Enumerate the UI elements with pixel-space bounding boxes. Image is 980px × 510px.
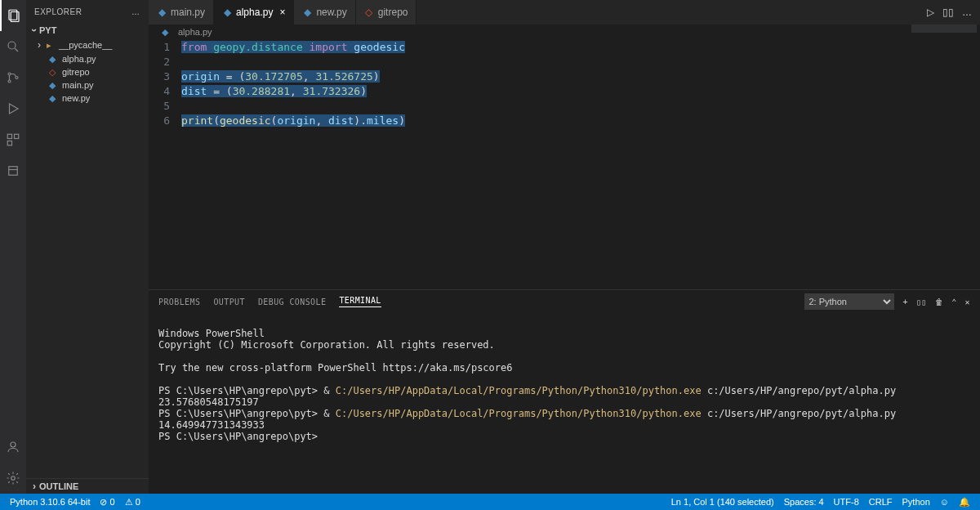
close-panel-icon[interactable]: ✕: [965, 298, 970, 306]
sidebar-item-new[interactable]: ◆new.py: [29, 92, 149, 105]
python-file-icon: ◆: [47, 54, 57, 64]
terminal[interactable]: Windows PowerShell Copyright (C) Microso…: [149, 313, 980, 494]
status-python[interactable]: Python 3.10.6 64-bit: [5, 497, 95, 507]
more-icon[interactable]: …: [962, 7, 972, 18]
maximize-panel-icon[interactable]: ⌃: [951, 298, 956, 306]
git-file-icon: ◇: [364, 7, 374, 17]
status-bell-icon[interactable]: 🔔: [954, 497, 975, 508]
activity-bar: [0, 0, 26, 494]
status-bar: Python 3.10.6 64-bit ⊘ 0 ⚠ 0 Ln 1, Col 1…: [0, 494, 980, 510]
python-file-icon: ◆: [157, 7, 167, 17]
explorer-icon[interactable]: [0, 0, 26, 31]
panel-tab-problems[interactable]: PROBLEMS: [158, 298, 200, 306]
tab-main[interactable]: ◆main.py: [149, 0, 214, 25]
run-debug-icon[interactable]: [0, 93, 26, 124]
account-icon[interactable]: [0, 432, 26, 463]
new-terminal-icon[interactable]: +: [902, 298, 907, 306]
status-feedback-icon[interactable]: ☺: [935, 497, 954, 508]
search-icon[interactable]: [0, 31, 26, 62]
svg-rect-10: [7, 141, 11, 145]
sidebar-item-gitrepo[interactable]: ◇gitrepo: [29, 65, 149, 78]
terminal-shell-select[interactable]: 2: Python: [804, 293, 894, 310]
svg-point-4: [8, 73, 11, 75]
sidebar-item-main[interactable]: ◆main.py: [29, 78, 149, 92]
svg-marker-7: [10, 104, 19, 114]
sidebar-more-icon[interactable]: …: [131, 7, 140, 16]
sidebar-root[interactable]: PYT: [29, 23, 149, 38]
extensions-icon[interactable]: [0, 124, 26, 155]
panel-tabs: PROBLEMS OUTPUT DEBUG CONSOLE TERMINAL 2…: [149, 290, 980, 313]
python-file-icon: ◆: [302, 7, 312, 17]
testing-icon[interactable]: [0, 155, 26, 186]
python-file-icon: ◆: [47, 93, 57, 103]
sidebar-item-alpha[interactable]: ◆alpha.py: [29, 52, 149, 65]
split-terminal-icon[interactable]: ▯▯: [916, 298, 927, 306]
status-spaces[interactable]: Spaces: 4: [779, 497, 829, 508]
code-area[interactable]: from geopy.distance import geodesicorigi…: [181, 39, 980, 289]
python-file-icon: ◆: [47, 80, 57, 90]
panel: PROBLEMS OUTPUT DEBUG CONSOLE TERMINAL 2…: [149, 289, 980, 494]
sidebar-header: EXPLORER …: [26, 0, 149, 23]
status-language[interactable]: Python: [898, 497, 935, 508]
panel-tab-terminal[interactable]: TERMINAL: [339, 296, 381, 307]
sidebar-item-pycache[interactable]: ▸__pycache__: [29, 38, 149, 52]
panel-tab-debug[interactable]: DEBUG CONSOLE: [258, 298, 326, 306]
status-eol[interactable]: CRLF: [864, 497, 898, 508]
editor-group: ◆main.py ◆alpha.py× ◆new.py ◇gitrepo ▷ ▯…: [149, 0, 980, 494]
panel-tab-output[interactable]: OUTPUT: [213, 298, 245, 306]
svg-rect-11: [9, 167, 18, 176]
folder-icon: ▸: [44, 40, 54, 50]
status-errors[interactable]: ⊘ 0: [95, 497, 119, 508]
svg-point-13: [11, 442, 16, 447]
status-warnings[interactable]: ⚠ 0: [120, 497, 145, 508]
tab-new[interactable]: ◆new.py: [294, 0, 355, 25]
tab-alpha[interactable]: ◆alpha.py×: [214, 0, 294, 25]
python-file-icon: ◆: [222, 7, 232, 17]
svg-point-5: [8, 80, 11, 83]
tab-gitrepo[interactable]: ◇gitrepo: [356, 0, 417, 25]
split-editor-icon[interactable]: ▯▯: [942, 7, 954, 18]
main: EXPLORER … PYT ▸__pycache__ ◆alpha.py ◇g…: [0, 0, 980, 494]
svg-line-3: [15, 48, 18, 51]
settings-gear-icon[interactable]: [0, 463, 26, 494]
svg-rect-8: [7, 134, 11, 138]
tab-bar: ◆main.py ◆alpha.py× ◆new.py ◇gitrepo ▷ ▯…: [149, 0, 980, 25]
sidebar: EXPLORER … PYT ▸__pycache__ ◆alpha.py ◇g…: [26, 0, 149, 494]
source-control-icon[interactable]: [0, 62, 26, 93]
editor-actions: ▷ ▯▯ …: [919, 0, 980, 25]
close-icon[interactable]: ×: [279, 7, 285, 18]
line-gutter: 123456: [149, 39, 181, 289]
python-file-icon: ◆: [160, 27, 170, 37]
status-encoding[interactable]: UTF-8: [829, 497, 864, 508]
kill-terminal-icon[interactable]: 🗑: [935, 298, 943, 306]
minimap[interactable]: [911, 25, 977, 33]
svg-rect-9: [15, 134, 19, 138]
svg-point-2: [8, 42, 16, 49]
outline-section[interactable]: OUTLINE: [29, 479, 149, 494]
git-file-icon: ◇: [47, 67, 57, 77]
svg-point-14: [11, 476, 16, 481]
status-cursor[interactable]: Ln 1, Col 1 (140 selected): [666, 497, 779, 508]
breadcrumb[interactable]: ◆ alpha.py: [149, 25, 980, 39]
svg-point-6: [16, 77, 18, 79]
sidebar-title: EXPLORER: [34, 7, 82, 16]
editor[interactable]: 123456 from geopy.distance import geodes…: [149, 39, 980, 289]
run-icon[interactable]: ▷: [927, 7, 934, 18]
